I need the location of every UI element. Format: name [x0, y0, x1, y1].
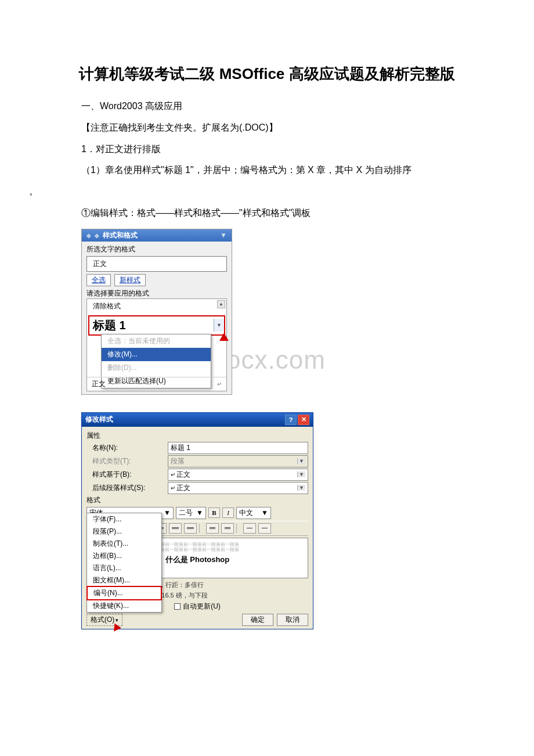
current-format-box: 正文 — [86, 256, 227, 272]
chevron-down-icon: ▼ — [297, 458, 305, 464]
fm-numbering[interactable]: 编号(N)... — [86, 586, 162, 600]
name-label: 名称(N): — [92, 443, 168, 453]
body-text-item[interactable]: 正文 ↵ — [87, 377, 226, 391]
italic-button[interactable]: I — [222, 507, 234, 518]
paragraph-note: 【注意正确找到考生文件夹。扩展名为(.DOC)】 — [29, 117, 505, 139]
fm-frame[interactable]: 图文框(M)... — [87, 574, 161, 586]
indent-button[interactable] — [258, 523, 271, 534]
outdent-button[interactable] — [243, 523, 256, 534]
document-title: 计算机等级考试二级 MSOffice 高级应试题及解析完整版 — [29, 64, 505, 84]
format-dropdown-menu: 字体(F)... 段落(P)... 制表位(T)... 边框(B)... 语言(… — [86, 513, 162, 613]
linespace-15-button[interactable] — [169, 523, 182, 534]
based-on-label: 样式基于(B): — [92, 470, 168, 480]
panel-titlebar: ◆ ◆ 样式和格式 ▼ — [82, 229, 232, 242]
type-label: 样式类型(T): — [92, 456, 168, 466]
fm-language[interactable]: 语言(L)... — [87, 562, 161, 574]
fm-border[interactable]: 边框(B)... — [87, 550, 161, 562]
chevron-down-icon[interactable]: ▼ — [297, 471, 305, 477]
chevron-down-icon[interactable]: ▼ — [261, 509, 268, 517]
heading1-item[interactable]: 标题 1 ▼ — [88, 315, 225, 336]
cm-select-all[interactable]: 全选：当前未使用的 — [102, 334, 211, 348]
ok-button[interactable]: 确定 — [242, 614, 273, 626]
current-format-label: 所选文字的格式 — [86, 244, 227, 254]
paragraph-step1: ①编辑样式：格式——样式和格式——"样式和格式"调板 — [29, 203, 505, 224]
heading1-label: 标题 1 — [89, 316, 214, 334]
panel-title: 样式和格式 — [103, 231, 138, 240]
chevron-down-icon[interactable]: ▼ — [297, 485, 305, 491]
format-section-label: 格式 — [86, 495, 308, 505]
cm-delete[interactable]: 删除(D)... — [102, 361, 211, 375]
close-icon[interactable]: ✕ — [298, 415, 309, 425]
chevron-down-icon[interactable]: ▼ — [196, 509, 203, 517]
heading1-dropdown-icon[interactable]: ▼ — [214, 319, 224, 332]
type-combo: 段落▼ — [168, 455, 308, 467]
nav-fwd-icon[interactable]: ◆ — [95, 232, 99, 239]
fm-tabs[interactable]: 制表位(T)... — [87, 538, 161, 550]
properties-section-label: 属性 — [86, 431, 308, 441]
nav-back-icon[interactable]: ◆ — [86, 232, 91, 239]
choose-format-label: 请选择要应用的格式 — [86, 289, 227, 298]
select-all-button[interactable]: 全选 — [86, 274, 111, 286]
fontsize-combo[interactable]: 二号▼ — [176, 507, 206, 519]
clear-format-item[interactable]: 清除格式 — [87, 299, 226, 314]
modify-style-dialog: 修改样式 ? ✕ 属性 名称(N): 标题 1 样式类型(T): 段落▼ 样式基… — [81, 412, 313, 630]
auto-update-checkbox[interactable] — [174, 603, 181, 610]
chevron-down-icon[interactable]: ▼ — [164, 509, 171, 517]
paragraph-mark-icon: ↵ — [171, 471, 175, 478]
lang-combo[interactable]: 中文▼ — [236, 507, 271, 519]
auto-update-label: 自动更新(U) — [183, 602, 221, 611]
paragraph-section: 一、Word2003 高级应用 — [29, 96, 505, 117]
cancel-button[interactable]: 取消 — [277, 614, 308, 626]
new-style-button[interactable]: 新样式 — [114, 274, 146, 286]
fm-shortcut[interactable]: 快捷键(K)... — [87, 600, 161, 612]
name-input[interactable]: 标题 1 — [168, 442, 308, 454]
styles-formatting-panel: ◆ ◆ 样式和格式 ▼ 所选文字的格式 正文 全选 新样式 请选择要应用的格式 … — [81, 229, 232, 395]
paragraph-task1-1b: 。 — [29, 181, 505, 203]
scroll-up-icon[interactable]: ▲ — [217, 300, 225, 308]
cm-modify[interactable]: 修改(M)... — [102, 348, 211, 361]
fm-paragraph[interactable]: 段落(P)... — [87, 525, 161, 538]
indent-dec-button[interactable] — [206, 523, 219, 534]
annotation-arrow-icon — [219, 333, 229, 341]
dialog-titlebar: 修改样式 ? ✕ — [82, 413, 313, 427]
paragraph-task1-1: （1）章名使用样式"标题 1"，并居中；编号格式为：第 X 章，其中 X 为自动… — [29, 160, 505, 181]
panel-dropdown-icon[interactable]: ▼ — [220, 231, 227, 239]
follow-style-label: 后续段落样式(S): — [92, 483, 168, 493]
paragraph-mark-icon: ↵ — [171, 485, 175, 491]
help-icon[interactable]: ? — [285, 415, 297, 425]
based-on-combo[interactable]: ↵正文▼ — [168, 469, 308, 481]
paragraph-mark-icon: ↵ — [217, 381, 222, 387]
linespace-2-button[interactable] — [184, 523, 197, 534]
fm-font[interactable]: 字体(F)... — [87, 513, 161, 525]
indent-inc-button[interactable] — [221, 523, 234, 534]
body-text-label: 正文 — [92, 379, 106, 389]
style-list: ▲ 清除格式 标题 1 ▼ 全选：当前未使用的 修改(M)... 删除(D)..… — [86, 298, 227, 391]
follow-style-combo[interactable]: ↵正文▼ — [168, 482, 308, 494]
paragraph-task1: 1．对正文进行排版 — [29, 139, 505, 160]
bold-button[interactable]: B — [208, 507, 220, 518]
dialog-title: 修改样式 — [85, 415, 113, 424]
